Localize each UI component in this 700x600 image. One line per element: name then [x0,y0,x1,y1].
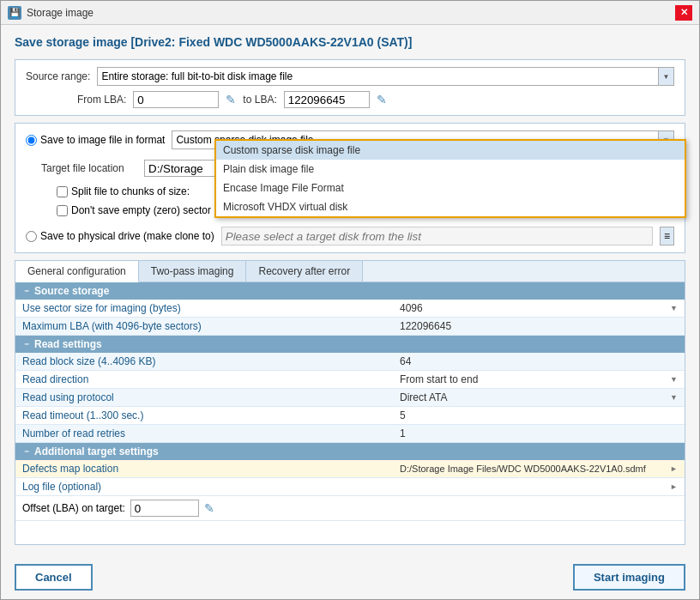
block-size-label: Read block size (4..4096 KB) [15,353,393,370]
additional-target-title: Additional target settings [34,445,159,458]
source-range-section: Source range: Entire storage: full bit-t… [15,59,685,116]
log-file-value: ► [393,480,685,494]
read-retries-label: Number of read retries [15,425,393,442]
tab-recovery-after-error[interactable]: Recovery after error [246,261,363,282]
block-size-value: 64 [393,353,685,370]
read-settings-title: Read settings [34,338,102,350]
dont-save-empty-checkbox[interactable] [57,205,68,216]
to-lba-edit-icon[interactable]: ✎ [377,93,387,106]
source-storage-header: － Source storage [15,282,685,300]
defects-map-value: D:/Storage Image Files/WDC WD5000AAKS-22… [393,461,685,476]
read-protocol-label: Read using protocol [15,389,393,406]
log-file-label: Log file (optional) [15,478,393,495]
window-content: Save storage image [Drive2: Fixed WDC WD… [1,25,699,555]
to-lba-label: to LBA: [243,94,276,106]
source-storage-title: Source storage [34,285,109,297]
dropdown-item-3[interactable]: Microsoft VHDX virtual disk [216,197,685,216]
title-bar-left: 💾 Storage image [8,6,94,20]
offset-row: Offset (LBA) on target: ✎ [15,496,685,521]
config-row-defects-map: Defects map location D:/Storage Image Fi… [15,460,685,478]
read-retries-value: 1 [393,425,685,442]
format-dropdown[interactable]: Custom sparse disk image file Plain disk… [214,139,686,218]
close-button[interactable]: ✕ [675,5,692,21]
offset-input[interactable] [130,500,199,517]
split-chunks-checkbox[interactable] [57,186,68,197]
read-timeout-label: Read timeout (1..300 sec.) [15,407,393,424]
physical-drive-row: Save to physical drive (make clone to) ≡ [26,227,674,245]
cancel-button[interactable]: Cancel [15,564,93,591]
source-storage-collapse[interactable]: － [22,285,31,297]
save-image-radio[interactable] [26,135,37,146]
save-image-label: Save to image file in format [40,134,165,146]
sector-size-label: Use sector size for imaging (bytes) [15,300,393,317]
physical-drive-input[interactable] [221,227,653,245]
bottom-bar: Cancel Start imaging [1,555,699,599]
main-window: 💾 Storage image ✕ Save storage image [Dr… [0,0,700,600]
main-title: Save storage image [Drive2: Fixed WDC WD… [15,35,685,49]
from-lba-input[interactable] [133,91,219,108]
read-direction-arrow[interactable]: ▼ [670,375,678,384]
read-settings-collapse[interactable]: － [22,338,31,350]
save-options-section: Save to image file in format Custom spar… [15,123,685,253]
defects-map-label: Defects map location [15,460,393,477]
source-range-label: Source range: [26,70,90,82]
max-lba-value: 122096645 [393,318,685,335]
from-lba-label: From LBA: [77,94,126,106]
config-row-read-protocol: Read using protocol Direct ATA ▼ [15,389,685,407]
dropdown-item-2[interactable]: Encase Image File Format [216,179,685,197]
read-settings-header: － Read settings [15,336,685,353]
start-imaging-button[interactable]: Start imaging [573,564,685,591]
physical-drive-radio-label[interactable]: Save to physical drive (make clone to) [26,230,214,242]
additional-target-collapse[interactable]: － [22,445,31,458]
source-range-value: Entire storage: full bit-to-bit disk ima… [101,70,293,82]
read-direction-value: From start to end ▼ [393,371,685,388]
config-row-sector-size: Use sector size for imaging (bytes) 4096… [15,300,685,318]
config-row-log-file: Log file (optional) ► [15,478,685,496]
read-direction-label: Read direction [15,371,393,388]
window-title: Storage image [27,7,94,19]
lba-row: From LBA: ✎ to LBA: ✎ [26,91,674,108]
read-protocol-arrow[interactable]: ▼ [670,393,678,402]
sector-size-value: 4096 ▼ [393,300,685,317]
read-timeout-value: 5 [393,407,685,424]
offset-edit-icon[interactable]: ✎ [204,501,214,515]
list-icon: ≡ [664,230,670,242]
sector-size-arrow[interactable]: ▼ [670,304,678,312]
config-row-read-timeout: Read timeout (1..300 sec.) 5 [15,407,685,425]
read-protocol-value: Direct ATA ▼ [393,389,685,406]
physical-drive-list-button[interactable]: ≡ [660,227,674,245]
config-row-read-retries: Number of read retries 1 [15,425,685,443]
additional-target-header: － Additional target settings [15,443,685,460]
to-lba-input[interactable] [284,91,370,108]
tabs-section: General configuration Two-pass imaging R… [15,260,685,545]
from-lba-edit-icon[interactable]: ✎ [226,93,236,106]
log-file-arrow[interactable]: ► [670,482,678,491]
app-icon: 💾 [8,6,21,20]
config-row-read-direction: Read direction From start to end ▼ [15,371,685,389]
physical-drive-radio[interactable] [26,231,37,242]
physical-drive-label: Save to physical drive (make clone to) [40,230,214,242]
source-range-select[interactable]: Entire storage: full bit-to-bit disk ima… [97,67,674,86]
split-chunks-label: Split file to chunks of size: [71,185,190,197]
title-bar: 💾 Storage image ✕ [1,1,699,25]
save-image-radio-label[interactable]: Save to image file in format [26,134,165,146]
tab-general-configuration[interactable]: General configuration [15,261,139,282]
dont-save-empty-label: Don't save empty (zero) sector [71,204,211,216]
tab-content: － Source storage Use sector size for ima… [15,282,685,544]
config-row-block-size: Read block size (4..4096 KB) 64 [15,353,685,371]
source-range-row: Source range: Entire storage: full bit-t… [26,67,674,86]
config-row-max-lba: Maximum LBA (with 4096-byte sectors) 122… [15,318,685,336]
offset-label: Offset (LBA) on target: [22,502,125,514]
defects-map-arrow[interactable]: ► [670,464,678,473]
source-range-arrow[interactable]: ▼ [658,68,673,85]
tabs-header: General configuration Two-pass imaging R… [15,261,685,282]
max-lba-label: Maximum LBA (with 4096-byte sectors) [15,318,393,335]
dropdown-item-1[interactable]: Plain disk image file [216,160,685,179]
target-file-label: Target file location [26,162,137,174]
tab-two-pass-imaging[interactable]: Two-pass imaging [139,261,247,282]
dropdown-item-0[interactable]: Custom sparse disk image file [216,141,685,160]
